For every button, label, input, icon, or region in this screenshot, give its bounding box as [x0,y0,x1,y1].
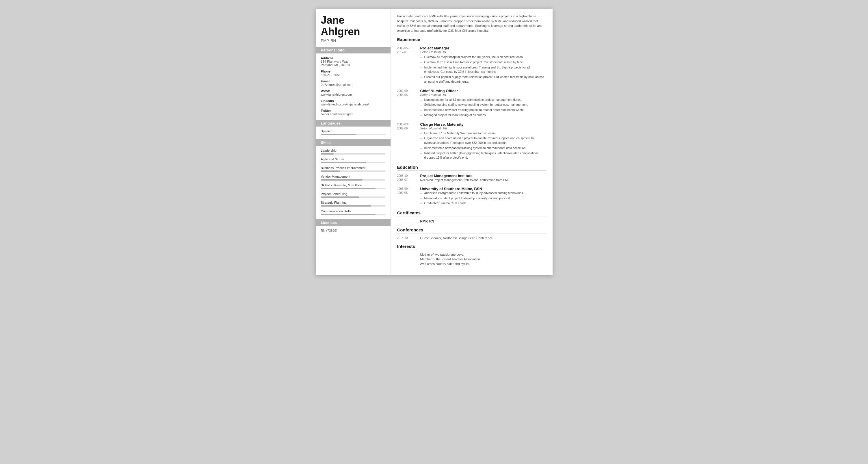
entry-desc: Led team of 15+ Maternity Ward nurses fo… [420,131,546,160]
candidate-credential: PMP, RN [321,38,385,43]
entry-title: Project Manager [420,46,546,50]
skill-bar-fill [321,214,376,215]
email-item: E-mail JUAhlgren@gmail.com [321,80,385,86]
education-list: 2008-10 -2008-07 Project Management Inst… [397,174,546,206]
linkedin-item: LinkedIn www.linkedin.com/in/jane-ahlgre… [321,99,385,106]
interest-item: Avid cross country skier and cyclist. [397,262,546,266]
address-item: Address 134 Rightward Way Portland, ME, … [321,56,385,67]
skill-name: Project Scheduling [321,192,385,195]
twitter-value: twitter.com/janeahlgren [321,113,385,116]
language-bar-bg [321,134,385,135]
entry-subtitle: Seton Hospital, ME [420,50,546,54]
entry-title: University of Southern Maine, BSN [420,187,546,191]
conference-entry: 2014-10 Guest Speaker, Northeast Shingo … [397,236,546,240]
skill-item: Communication Skills [321,210,385,215]
skill-item: Skilled in Keynote, MS Office [321,183,385,189]
experience-header: Experience [397,37,546,43]
email-label: E-mail [321,80,385,83]
candidate-name: Jane Ahlgren [321,14,385,37]
skill-bar-fill [321,196,360,198]
interest-item: Mother of two passionate boys. [397,253,546,256]
skill-name: Agile and Scrum [321,157,385,161]
skill-name: Business Process Improvement [321,166,385,169]
education-header: Education [397,165,546,171]
entry-subtitle: Seton Hospital, ME [420,127,546,130]
skill-bar-bg [321,205,385,207]
skill-name: Vendor Management [321,175,385,178]
skill-item: Business Process Improvement [321,166,385,172]
skill-bar-fill [321,188,376,189]
skill-bar-fill [321,162,366,163]
entry-date: 2000-03 -2002-09 [397,122,417,161]
entry-desc: Nursing leader for all 87 nurses with mu… [420,98,546,118]
entry-content: Project Management InstituteReceived Pro… [420,174,546,183]
entry-title: Project Management Institute [420,174,546,178]
entry-content: Chief Nursing Officer Seton Hospital, ME… [420,89,546,118]
www-item: WWW www.janeahlgren.com [321,89,385,96]
education-entry: 2008-10 -2008-07 Project Management Inst… [397,174,546,183]
skill-item: Leadership [321,149,385,155]
cert-name: PMP, RN [420,219,434,223]
experience-entry: 2006-05 -2017-01 Project Manager Seton H… [397,46,546,85]
name-block: Jane Ahlgren PMP, RN [321,14,385,43]
language-item: Spanish [321,129,385,135]
interest-item: Member of the Parent Teacher Association… [397,257,546,261]
skill-name: Leadership [321,149,385,152]
skill-item: Agile and Scrum [321,157,385,163]
language-name: Spanish [321,129,385,133]
linkedin-label: LinkedIn [321,99,385,102]
entry-desc: Andersen Postgraduate Fellowship to stud… [420,191,546,206]
skill-bar-bg [321,214,385,215]
entry-title: Charge Nurse, Maternity [420,122,546,127]
skill-bar-bg [321,153,385,155]
entry-title: Chief Nursing Officer [420,89,546,93]
skill-item: Project Scheduling [321,192,385,198]
conferences-list: 2014-10 Guest Speaker, Northeast Shingo … [397,236,546,240]
skill-bar-fill [321,179,363,181]
experience-entry: 2000-03 -2002-09 Charge Nurse, Maternity… [397,122,546,161]
entry-content: University of Southern Maine, BSNAnderse… [420,187,546,206]
skill-bar-fill [321,171,340,172]
skill-bar-fill [321,153,334,155]
entry-content: Charge Nurse, Maternity Seton Hospital, … [420,122,546,161]
address-line2: Portland, ME, 04019 [321,63,385,67]
skill-bar-bg [321,162,385,163]
experience-list: 2006-05 -2017-01 Project Manager Seton H… [397,46,546,161]
skill-bar-bg [321,171,385,172]
skills-list: Leadership Agile and Scrum Business Proc… [321,149,385,215]
twitter-label: Twitter [321,109,385,113]
interests-list: Mother of two passionate boys.Member of … [397,253,546,266]
www-value: www.janeahlgren.com [321,93,385,96]
main-content: Passionate healthcare PMP with 10+ years… [391,9,553,275]
languages-header: Languages [316,120,391,127]
entry-date: 2006-05 -2017-01 [397,46,417,85]
address-label: Address [321,56,385,60]
entry-content: Project Manager Seton Hospital, ME Overs… [420,46,546,85]
certificate-item: PMP, RN [397,219,546,223]
phone-value: 555-212-5551 [321,73,385,76]
license-item: RN (73829) [321,229,385,232]
skill-name: Skilled in Keynote, MS Office [321,183,385,187]
phone-item: Phone 555-212-5551 [321,70,385,76]
resume-document: Jane Ahlgren PMP, RN Personal Info Addre… [316,9,553,275]
entry-date: 2008-10 -2008-07 [397,174,417,183]
address-line1: 134 Rightward Way [321,60,385,63]
licenses-list: RN (73829) [321,229,385,232]
summary-text: Passionate healthcare PMP with 10+ years… [397,14,546,33]
education-entry: 1996-09 -1999-05 University of Southern … [397,187,546,206]
licenses-header: Licenses [316,219,391,226]
languages-list: Spanish [321,129,385,135]
conference-date: 2014-10 [397,236,417,240]
entry-desc: Received Project Management Professional… [420,178,546,183]
sidebar: Jane Ahlgren PMP, RN Personal Info Addre… [316,9,391,275]
language-bar-fill [321,134,356,135]
twitter-item: Twitter twitter.com/janeahlgren [321,109,385,116]
skill-bar-bg [321,188,385,189]
skill-item: Strategic Planning [321,201,385,207]
phone-label: Phone [321,70,385,73]
experience-entry: 2002-09 -2006-05 Chief Nursing Officer S… [397,89,546,118]
email-value: JUAhlgren@gmail.com [321,83,385,86]
skills-header: Skills [316,139,391,146]
certificates-header: Certificates [397,210,546,216]
skill-bar-bg [321,179,385,181]
